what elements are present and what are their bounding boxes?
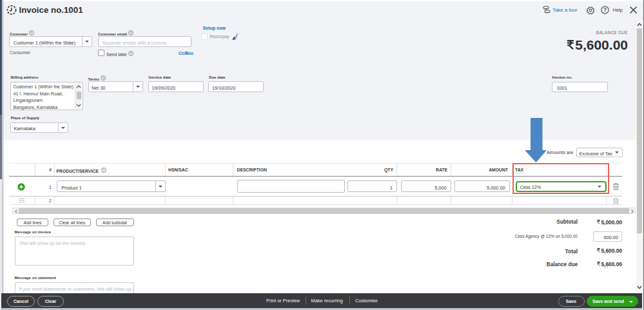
svg-text:?: ?: [603, 6, 607, 13]
